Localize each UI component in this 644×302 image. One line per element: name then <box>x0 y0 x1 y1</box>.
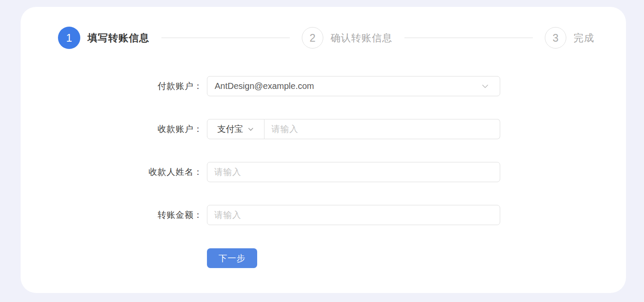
receiver-name-input-wrap <box>207 162 500 182</box>
receiver-name-label: 收款人姓名： <box>39 162 203 182</box>
step-connector <box>161 37 290 38</box>
chevron-down-icon <box>481 82 489 91</box>
transfer-amount-input-wrap <box>207 205 500 225</box>
step-connector <box>404 37 533 38</box>
payment-account-value: AntDesign@example.com <box>215 81 314 91</box>
step-2-confirm-info[interactable]: 2 确认转账信息 <box>302 27 392 49</box>
next-step-button[interactable]: 下一步 <box>207 248 257 268</box>
payment-account-label: 付款账户： <box>39 76 203 96</box>
steps-bar: 1 填写转账信息 2 确认转账信息 3 完成 <box>58 27 594 49</box>
receiver-account-type-select[interactable]: 支付宝 <box>207 119 264 139</box>
payment-account-select[interactable]: AntDesign@example.com <box>207 76 500 96</box>
transfer-form-card: 1 填写转账信息 2 确认转账信息 3 完成 付款账户： AntDesign@e… <box>21 7 626 293</box>
step-3-label: 完成 <box>574 31 594 45</box>
receiver-account-type-value: 支付宝 <box>217 123 243 135</box>
receiver-account-label: 收款账户： <box>39 119 203 139</box>
transfer-amount-input[interactable] <box>207 205 500 225</box>
transfer-amount-label: 转账金额： <box>39 205 203 225</box>
receiver-name-control <box>207 162 500 182</box>
step-3-done[interactable]: 3 完成 <box>545 27 594 49</box>
transfer-amount-control <box>207 205 500 225</box>
step-1-fill-info[interactable]: 1 填写转账信息 <box>58 27 149 49</box>
receiver-account-input[interactable] <box>264 119 500 139</box>
step-1-indicator: 1 <box>58 27 80 49</box>
step-2-indicator: 2 <box>302 27 323 49</box>
receiver-name-input[interactable] <box>207 162 500 182</box>
step-3-indicator: 3 <box>545 27 566 49</box>
chevron-down-icon <box>247 126 254 133</box>
step-1-label: 填写转账信息 <box>88 31 149 45</box>
payment-account-control: AntDesign@example.com <box>207 76 500 96</box>
receiver-account-control: 支付宝 <box>207 119 500 139</box>
step-2-label: 确认转账信息 <box>331 31 392 45</box>
receiver-account-input-wrap <box>264 119 500 139</box>
